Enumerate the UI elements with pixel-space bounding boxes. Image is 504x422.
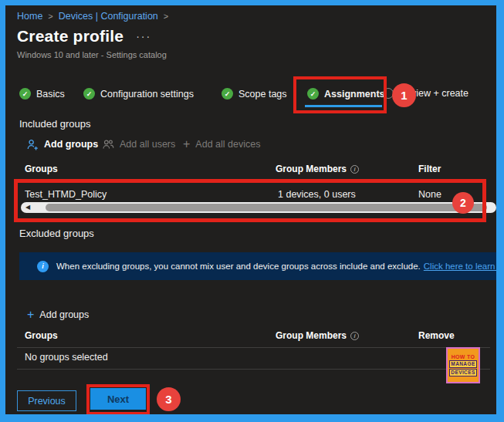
check-icon: ✓ [19,88,31,100]
excluded-add-groups-button[interactable]: + Add groups [27,308,89,322]
horizontal-scrollbar[interactable]: ◀ [21,202,496,213]
excluded-col-groups: Groups [25,330,58,341]
learn-more-link[interactable]: Click here to learn more abou [424,262,496,271]
screenshot-frame: Home > Devices | Configuration > Create … [0,0,504,422]
htmd-logo-manage: MANAGE [449,360,476,368]
no-groups-selected-text: No groups selected [25,352,108,363]
htmd-logo-how-to: HOW TO [452,354,475,360]
context-menu-ellipsis-icon[interactable]: ··· [136,30,151,42]
scrollbar-thumb[interactable] [46,204,487,211]
group-name-cell: Test_HTMD_Policy [25,189,107,200]
users-icon [103,139,114,150]
previous-button[interactable]: Previous [17,390,76,411]
tab-assignments[interactable]: ✓ Assignments [307,88,385,100]
add-person-icon [27,139,39,150]
tab-configuration-settings-label: Configuration settings [100,89,194,100]
tab-basics[interactable]: ✓ Basics [19,88,65,100]
tab-basics-label: Basics [36,89,65,100]
breadcrumb-separator: > [164,12,168,21]
filter-cell: None [418,189,441,200]
htmd-logo-devices: DEVICES [449,369,476,376]
page-title: Create profile [17,27,123,46]
info-icon: i [37,261,49,272]
included-groups-heading: Included groups [19,118,91,130]
breadcrumb-separator: > [48,12,52,21]
tab-assignments-label: Assignments [324,89,385,100]
info-icon[interactable]: i [350,332,359,340]
excluded-col-group-members: Group Members i [276,330,359,341]
info-banner: i When excluding groups, you cannot mix … [19,252,496,280]
add-all-devices-button[interactable]: + Add all devices [183,137,260,151]
tab-review-create[interactable]: Review + create [383,88,468,99]
tab-review-create-label: Review + create [399,88,468,99]
excluded-col-remove: Remove [418,330,455,341]
plus-icon: + [27,309,34,320]
tab-configuration-settings[interactable]: ✓ Configuration settings [83,88,194,100]
pending-step-icon [383,88,394,99]
divider [17,347,490,348]
scroll-left-arrow-icon[interactable]: ◀ [25,204,30,211]
tab-scope-tags-label: Scope tags [238,89,287,100]
plus-icon: + [183,139,190,150]
breadcrumb-devices-configuration-link[interactable]: Devices | Configuration [59,11,158,22]
annotation-box-group-row [14,179,486,222]
divider [17,369,490,370]
group-members-cell: 1 devices, 0 users [278,189,356,200]
create-profile-page: Home > Devices | Configuration > Create … [5,5,496,414]
add-groups-label: Add groups [44,139,98,150]
next-button[interactable]: Next [90,388,146,410]
excluded-groups-heading: Excluded groups [19,228,94,239]
add-groups-button[interactable]: Add groups [27,137,98,151]
htmd-logo: HOW TO MANAGE DEVICES [446,347,480,383]
page-subtitle: Windows 10 and later - Settings catalog [17,50,167,59]
info-banner-text: When excluding groups, you cannot mix us… [56,262,421,271]
info-icon[interactable]: i [350,165,359,174]
add-all-devices-label: Add all devices [195,139,260,150]
included-col-filter: Filter [418,164,441,174]
add-all-users-label: Add all users [120,139,175,150]
breadcrumb: Home > Devices | Configuration > [17,11,168,22]
page-header: Create profile ··· [17,27,151,46]
breadcrumb-home-link[interactable]: Home [17,11,42,22]
included-col-group-members-label: Group Members [276,164,347,174]
included-col-group-members: Group Members i [276,164,359,174]
add-all-users-button[interactable]: Add all users [103,137,175,151]
included-col-groups: Groups [25,164,58,174]
tab-scope-tags[interactable]: ✓ Scope tags [222,88,287,100]
active-tab-underline [305,105,382,107]
excluded-add-groups-label: Add groups [39,309,89,320]
excluded-col-group-members-label: Group Members [276,330,347,341]
check-icon: ✓ [83,88,95,100]
check-icon: ✓ [307,88,319,100]
check-icon: ✓ [222,88,233,100]
annotation-step-3: 3 [157,387,181,411]
